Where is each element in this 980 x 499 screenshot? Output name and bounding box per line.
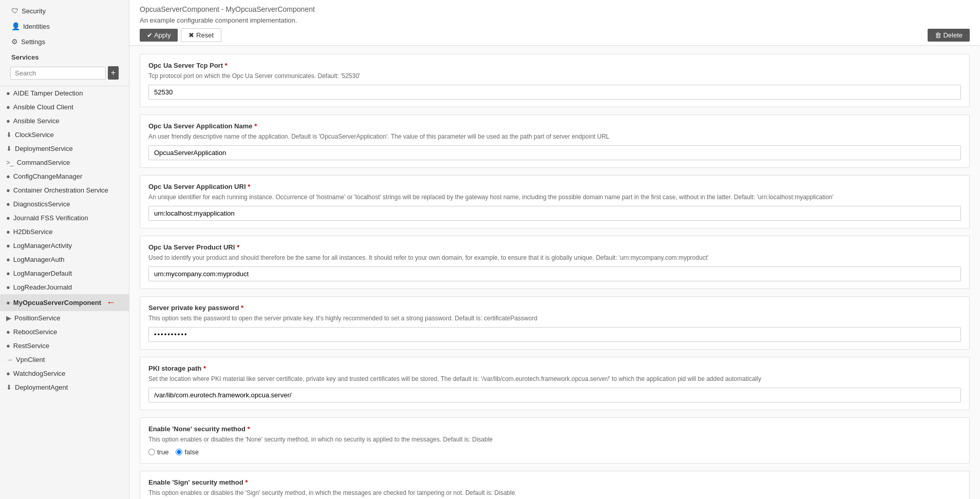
sidebar-list-item-deployment[interactable]: ⬇DeploymentService <box>0 142 129 156</box>
reboot-list-icon: ● <box>6 328 10 336</box>
field-section-none-security-method: Enable 'None' security method * This opt… <box>140 417 970 464</box>
field-input-tcp-port[interactable] <box>148 85 961 100</box>
sidebar-nav: 🛡Security👤Identities⚙Settings <box>5 3 124 49</box>
watchdog-list-icon: ● <box>6 370 10 377</box>
sidebar-nav-item-identities[interactable]: 👤Identities <box>5 18 124 34</box>
field-desc-product-uri: Used to identify your product and should… <box>148 253 961 262</box>
sidebar-list-item-my-opcua[interactable]: ●MyOpcuaServerComponent← <box>0 294 129 311</box>
sidebar-nav-item-security[interactable]: 🛡Security <box>5 3 124 18</box>
main-body: Opc Ua Server Tcp Port * Tcp protocol po… <box>129 46 980 499</box>
sidebar-list-label-ansible-service: Ansible Service <box>13 117 60 125</box>
sidebar-list-item-log-reader[interactable]: ●LogReaderJournald <box>0 280 129 294</box>
required-marker-none-security-method: * <box>246 425 250 433</box>
active-arrow-icon: ← <box>106 297 116 308</box>
delete-button[interactable]: 🗑 Delete <box>928 29 970 42</box>
log-manager-default-list-icon: ● <box>6 270 10 277</box>
sidebar-list-label-aide: AIDE Tamper Detection <box>13 89 83 97</box>
field-section-app-name: Opc Ua Server Application Name * An user… <box>140 114 970 168</box>
field-label-app-uri: Opc Ua Server Application URI * <box>148 183 961 190</box>
sidebar-list-label-rest: RestService <box>13 342 49 350</box>
command-list-icon: >_ <box>6 159 14 166</box>
field-label-app-name: Opc Ua Server Application Name * <box>148 122 961 130</box>
sidebar-list-item-position[interactable]: ▶PositionService <box>0 311 129 325</box>
field-section-private-key-password: Server private key password * This optio… <box>140 296 970 350</box>
sidebar-list-label-diagnostics: DiagnosticsService <box>13 200 70 208</box>
field-input-pki-storage-path[interactable] <box>148 388 961 402</box>
sidebar-list-label-clock: ClockService <box>15 131 54 139</box>
field-desc-private-key-password: This option sets the password to open th… <box>148 314 961 323</box>
sidebar-list-label-deployment: DeploymentService <box>15 145 73 152</box>
field-desc-pki-storage-path: Set the location where PKI material like… <box>148 374 961 383</box>
toolbar: ✔ Apply ✖ Reset 🗑 Delete <box>140 28 970 42</box>
sidebar-list-item-aide[interactable]: ●AIDE Tamper Detection <box>0 86 129 100</box>
sidebar-list-item-log-manager-default[interactable]: ●LogManagerDefault <box>0 266 129 280</box>
sidebar-list-label-deployment-agent: DeploymentAgent <box>15 383 68 391</box>
sidebar-list-label-h2db: H2DbService <box>13 228 53 236</box>
main-panel: OpcuaServerComponent - MyOpcuaServerComp… <box>129 0 980 499</box>
field-input-app-name[interactable] <box>148 145 961 160</box>
radio-row-none-security-method: true false <box>148 448 961 456</box>
sidebar-list-item-journald-fss[interactable]: ●Journald FSS Verification <box>0 211 129 225</box>
field-desc-sign-security-method: This option enables or disables the 'Sig… <box>148 488 961 497</box>
required-marker-private-key-password: * <box>239 304 243 312</box>
sidebar-list-item-deployment-agent[interactable]: ⬇DeploymentAgent <box>0 380 129 394</box>
add-service-button[interactable]: + <box>108 66 119 80</box>
field-section-app-uri: Opc Ua Server Application URI * An uniqu… <box>140 175 970 228</box>
field-label-private-key-password: Server private key password * <box>148 304 961 312</box>
vpn-list-icon: → <box>6 356 13 363</box>
apply-button[interactable]: ✔ Apply <box>140 29 178 42</box>
sidebar-list-label-reboot: RebootService <box>13 328 57 336</box>
field-label-pki-storage-path: PKI storage path * <box>148 364 961 372</box>
sidebar-list-label-log-manager-activity: LogManagerActivity <box>13 242 72 250</box>
field-label-product-uri: Opc Ua Server Product URI * <box>148 243 961 251</box>
sidebar-list-label-watchdog: WatchdogService <box>13 370 65 377</box>
radio-input-none-security-method-true[interactable] <box>148 449 155 455</box>
sidebar-list-item-log-manager-activity[interactable]: ●LogManagerActivity <box>0 239 129 253</box>
aide-list-icon: ● <box>6 89 10 97</box>
sidebar-list-item-clock[interactable]: ⬇ClockService <box>0 128 129 142</box>
field-label-none-security-method: Enable 'None' security method * <box>148 425 961 433</box>
sidebar-list-item-ansible-cloud[interactable]: ●Ansible Cloud Client <box>0 100 129 114</box>
radio-option-none-security-method-false[interactable]: false <box>176 448 198 456</box>
sidebar-list-item-watchdog[interactable]: ●WatchdogService <box>0 367 129 380</box>
reset-button[interactable]: ✖ Reset <box>181 28 221 42</box>
sidebar-list-item-rest[interactable]: ●RestService <box>0 339 129 353</box>
sidebar-list-label-ansible-cloud: Ansible Cloud Client <box>13 103 73 111</box>
identities-icon: 👤 <box>11 22 20 30</box>
my-opcua-list-icon: ● <box>6 299 10 306</box>
sidebar-list-item-ansible-service[interactable]: ●Ansible Service <box>0 114 129 128</box>
sidebar-nav-item-settings[interactable]: ⚙Settings <box>5 34 124 49</box>
sidebar-list: ●AIDE Tamper Detection●Ansible Cloud Cli… <box>0 86 129 499</box>
sidebar-top: 🛡Security👤Identities⚙Settings Services + <box>0 0 129 86</box>
field-input-private-key-password[interactable] <box>148 327 961 342</box>
breadcrumb-instance: MyOpcuaServerComponent <box>225 5 315 13</box>
field-input-product-uri[interactable] <box>148 266 961 281</box>
h2db-list-icon: ● <box>6 228 10 236</box>
sidebar-list-label-config-change: ConfigChangeManager <box>13 172 82 180</box>
page-subtitle: An example configurable component implem… <box>140 16 970 24</box>
field-desc-none-security-method: This option enables or disables the 'Non… <box>148 435 961 444</box>
field-desc-tcp-port: Tcp protocol port on which the Opc Ua Se… <box>148 71 961 81</box>
sidebar-list-label-position: PositionService <box>14 314 61 322</box>
sidebar-list-item-vpn[interactable]: →VpnClient <box>0 353 129 367</box>
radio-label-none-security-method-false: false <box>184 448 198 456</box>
field-section-tcp-port: Opc Ua Server Tcp Port * Tcp protocol po… <box>140 54 970 107</box>
field-section-pki-storage-path: PKI storage path * Set the location wher… <box>140 357 970 410</box>
breadcrumb: OpcuaServerComponent - MyOpcuaServerComp… <box>140 5 970 13</box>
sidebar-list-item-command[interactable]: >_CommandService <box>0 156 129 169</box>
sidebar-list-item-reboot[interactable]: ●RebootService <box>0 325 129 339</box>
sidebar-list-item-log-manager-auth[interactable]: ●LogManagerAuth <box>0 253 129 266</box>
sidebar-list-item-h2db[interactable]: ●H2DbService <box>0 225 129 239</box>
radio-option-none-security-method-true[interactable]: true <box>148 448 168 456</box>
sidebar-list-item-diagnostics[interactable]: ●DiagnosticsService <box>0 197 129 211</box>
log-manager-activity-list-icon: ● <box>6 242 10 250</box>
breadcrumb-component: OpcuaServerComponent <box>140 5 219 13</box>
sidebar-list-item-config-change[interactable]: ●ConfigChangeManager <box>0 169 129 183</box>
search-input[interactable] <box>10 67 106 80</box>
field-input-app-uri[interactable] <box>148 206 961 221</box>
radio-input-none-security-method-false[interactable] <box>176 449 182 455</box>
config-change-list-icon: ● <box>6 172 10 180</box>
log-reader-list-icon: ● <box>6 283 10 291</box>
sidebar-list-item-container-orch[interactable]: ●Container Orchestration Service <box>0 183 129 197</box>
required-marker-tcp-port: * <box>223 62 228 69</box>
